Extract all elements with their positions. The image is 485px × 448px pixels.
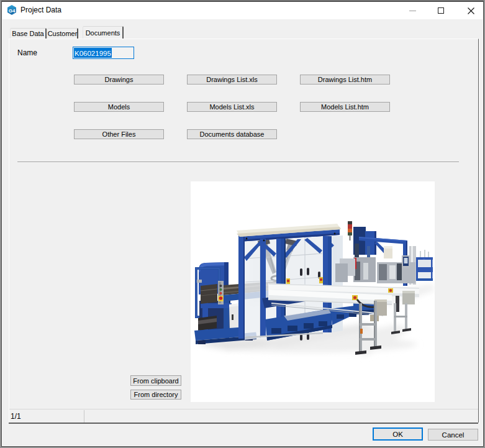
- svg-text:G4: G4: [9, 8, 16, 14]
